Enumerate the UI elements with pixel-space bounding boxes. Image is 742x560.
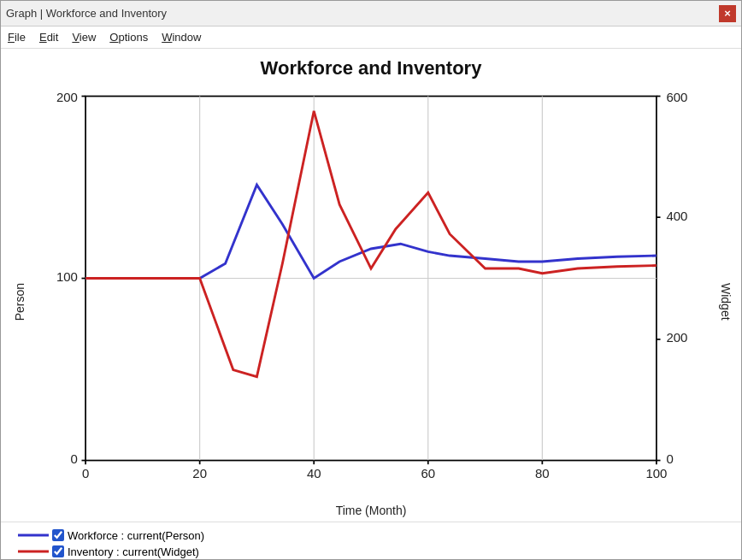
svg-text:600: 600 — [666, 90, 687, 104]
title-bar: Graph | Workforce and Inventory × — [1, 1, 741, 27]
inventory-checkbox[interactable] — [52, 545, 64, 557]
legend-item-inventory: Inventory : current(Widget) — [18, 545, 724, 558]
main-window: Graph | Workforce and Inventory × File E… — [0, 0, 742, 560]
menu-bar: File Edit View Options Window — [1, 27, 741, 49]
svg-text:80: 80 — [535, 466, 550, 480]
x-axis-label: Time (Month) — [26, 504, 716, 517]
svg-text:20: 20 — [192, 466, 207, 480]
workforce-checkbox[interactable] — [52, 529, 64, 541]
svg-text:400: 400 — [666, 209, 687, 223]
svg-text:0: 0 — [82, 466, 89, 480]
window-title: Graph | Workforce and Inventory — [6, 7, 167, 20]
svg-text:40: 40 — [307, 466, 321, 480]
svg-text:60: 60 — [421, 466, 435, 480]
svg-text:0: 0 — [666, 451, 673, 466]
menu-options[interactable]: Options — [109, 31, 148, 44]
svg-wrapper: 0 20 40 60 80 100 0 100 200 0 200 400 60… — [26, 86, 716, 517]
legend-item-workforce: Workforce : current(Person) — [18, 529, 724, 542]
chart-title: Workforce and Inventory — [261, 57, 482, 80]
workforce-legend-label: Workforce : current(Person) — [68, 529, 204, 542]
chart-container: Workforce and Inventory Person — [1, 49, 741, 522]
svg-text:100: 100 — [56, 269, 78, 284]
y-axis-right-label: Widget — [716, 283, 733, 321]
y-axis-left-label: Person — [9, 283, 26, 321]
legend: Workforce : current(Person) Inventory : … — [1, 522, 741, 560]
chart-area: Person — [9, 86, 733, 517]
svg-text:0: 0 — [71, 451, 78, 466]
menu-window[interactable]: Window — [162, 31, 201, 44]
menu-view[interactable]: View — [72, 31, 96, 44]
workforce-legend-line — [18, 531, 49, 539]
chart-svg: 0 20 40 60 80 100 0 100 200 0 200 400 60… — [26, 86, 716, 500]
menu-file[interactable]: File — [8, 31, 26, 44]
svg-text:100: 100 — [645, 466, 667, 480]
inventory-legend-label: Inventory : current(Widget) — [68, 545, 199, 558]
inventory-legend-line — [18, 547, 49, 556]
svg-text:200: 200 — [56, 90, 78, 104]
menu-edit[interactable]: Edit — [39, 31, 58, 44]
svg-text:200: 200 — [666, 330, 687, 345]
close-button[interactable]: × — [719, 5, 736, 22]
